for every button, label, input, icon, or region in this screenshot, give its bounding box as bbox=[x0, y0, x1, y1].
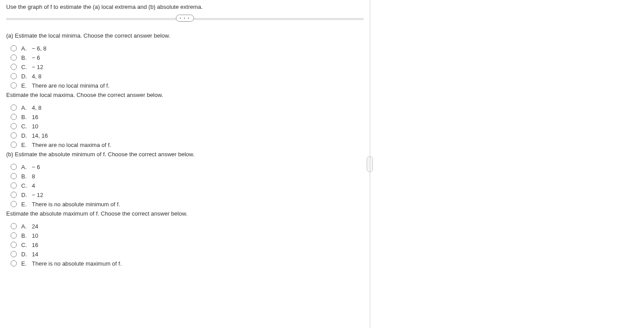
option-radio[interactable] bbox=[11, 82, 17, 89]
option-text: 10 bbox=[32, 123, 38, 130]
option-text: − 6, 8 bbox=[32, 45, 46, 52]
option-letter: C. bbox=[21, 64, 29, 70]
option-letter: C. bbox=[21, 242, 29, 248]
option-radio[interactable] bbox=[11, 192, 17, 198]
option-letter: B. bbox=[21, 54, 29, 61]
option-letter: B. bbox=[21, 232, 29, 239]
option-radio[interactable] bbox=[11, 223, 17, 229]
option-radio[interactable] bbox=[11, 260, 17, 266]
graph-pane: -8-6-4-2246-12-8-44812162024yx bbox=[370, 0, 644, 328]
option-radio[interactable] bbox=[11, 242, 17, 248]
option-row[interactable]: D.− 12 bbox=[11, 192, 364, 198]
option-text: There are no local minima of f. bbox=[32, 82, 110, 89]
option-letter: D. bbox=[21, 73, 29, 80]
option-radio[interactable] bbox=[11, 182, 17, 189]
option-row[interactable]: B.8 bbox=[11, 173, 364, 180]
question-pane: Use the graph of f to estimate the (a) l… bbox=[0, 0, 370, 328]
option-radio[interactable] bbox=[11, 45, 17, 51]
option-row[interactable]: A.− 6 bbox=[11, 164, 364, 170]
option-radio[interactable] bbox=[11, 232, 17, 239]
option-row[interactable]: D.14, 16 bbox=[11, 132, 364, 139]
option-letter: A. bbox=[21, 223, 29, 230]
option-text: 4, 8 bbox=[32, 73, 42, 80]
option-letter: D. bbox=[21, 132, 29, 139]
part-label: Estimate the local maxima. Choose the co… bbox=[6, 92, 364, 98]
part-label: (a) Estimate the local minima. Choose th… bbox=[6, 32, 364, 39]
option-text: 16 bbox=[32, 114, 38, 120]
option-text: 8 bbox=[32, 173, 35, 180]
option-text: − 12 bbox=[32, 192, 43, 198]
option-radio[interactable] bbox=[11, 201, 17, 207]
option-letter: B. bbox=[21, 114, 29, 120]
option-text: 14, 16 bbox=[32, 132, 48, 139]
option-letter: E. bbox=[21, 82, 29, 89]
option-letter: C. bbox=[21, 123, 29, 130]
option-row[interactable]: D.14 bbox=[11, 251, 364, 258]
option-row[interactable]: A.− 6, 8 bbox=[11, 45, 364, 52]
option-row[interactable]: D.4, 8 bbox=[11, 73, 364, 80]
option-text: There is no absolute maximum of f. bbox=[32, 260, 122, 267]
option-radio[interactable] bbox=[11, 54, 17, 61]
option-text: 16 bbox=[32, 242, 38, 248]
option-text: − 6 bbox=[32, 164, 40, 170]
option-row[interactable]: E.There are no local minima of f. bbox=[11, 82, 364, 89]
option-row[interactable]: A.4, 8 bbox=[11, 104, 364, 111]
option-row[interactable]: E.There are no local maxima of f. bbox=[11, 142, 364, 148]
option-radio[interactable] bbox=[11, 142, 17, 148]
option-text: 14 bbox=[32, 251, 38, 258]
option-text: 4, 8 bbox=[32, 104, 42, 111]
option-radio[interactable] bbox=[11, 251, 17, 257]
option-row[interactable]: C.4 bbox=[11, 182, 364, 189]
part-label: Estimate the absolute maximum of f. Choo… bbox=[6, 210, 364, 217]
option-letter: E. bbox=[21, 142, 29, 148]
option-row[interactable]: C.10 bbox=[11, 123, 364, 130]
ellipsis-toggle[interactable]: • • • bbox=[176, 15, 194, 22]
option-row[interactable]: E.There is no absolute maximum of f. bbox=[11, 260, 364, 267]
option-radio[interactable] bbox=[11, 164, 17, 170]
option-letter: B. bbox=[21, 173, 29, 180]
option-letter: A. bbox=[21, 164, 29, 170]
option-letter: A. bbox=[21, 104, 29, 111]
option-radio[interactable] bbox=[11, 132, 17, 139]
option-row[interactable]: B.16 bbox=[11, 114, 364, 120]
option-text: − 6 bbox=[32, 54, 40, 61]
option-text: 24 bbox=[32, 223, 38, 230]
option-radio[interactable] bbox=[11, 73, 17, 79]
option-text: There is no absolute minimum of f. bbox=[32, 201, 120, 208]
option-letter: D. bbox=[21, 192, 29, 198]
option-row[interactable]: A.24 bbox=[11, 223, 364, 230]
option-letter: A. bbox=[21, 45, 29, 52]
question-text: Use the graph of f to estimate the (a) l… bbox=[6, 3, 364, 12]
option-radio[interactable] bbox=[11, 64, 17, 70]
section-divider: • • • bbox=[6, 18, 364, 20]
option-row[interactable]: B.− 6 bbox=[11, 54, 364, 61]
option-row[interactable]: C.− 12 bbox=[11, 64, 364, 70]
option-row[interactable]: E.There is no absolute minimum of f. bbox=[11, 201, 364, 208]
option-row[interactable]: C.16 bbox=[11, 242, 364, 248]
option-radio[interactable] bbox=[11, 104, 17, 111]
option-text: There are no local maxima of f. bbox=[32, 142, 111, 148]
option-letter: C. bbox=[21, 182, 29, 189]
option-letter: E. bbox=[21, 260, 29, 267]
option-radio[interactable] bbox=[11, 123, 17, 129]
option-text: 10 bbox=[32, 232, 38, 239]
option-letter: E. bbox=[21, 201, 29, 208]
option-row[interactable]: B.10 bbox=[11, 232, 364, 239]
option-letter: D. bbox=[21, 251, 29, 258]
option-text: 4 bbox=[32, 182, 35, 189]
option-text: − 12 bbox=[32, 64, 43, 70]
option-radio[interactable] bbox=[11, 114, 17, 120]
part-label: (b) Estimate the absolute minimum of f. … bbox=[6, 151, 364, 158]
option-radio[interactable] bbox=[11, 173, 17, 179]
